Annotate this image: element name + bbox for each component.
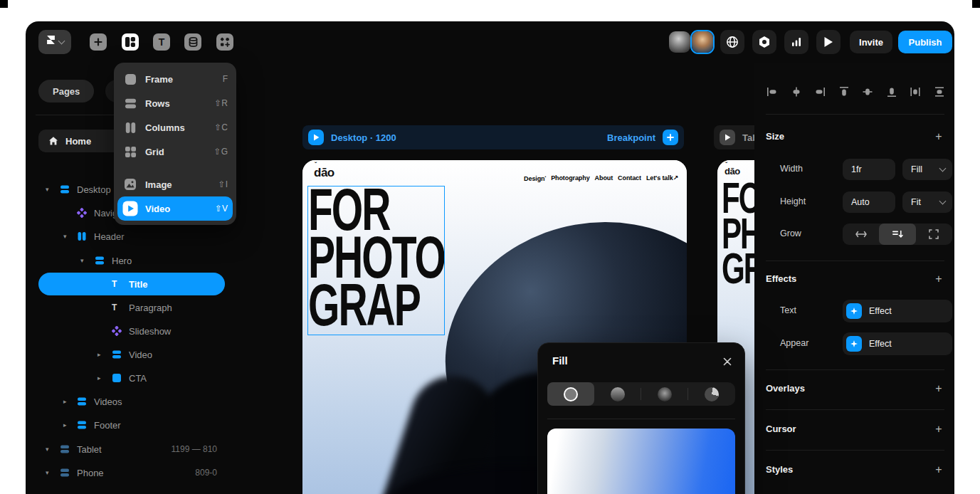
size-add-button[interactable]: +	[933, 130, 944, 143]
nav-design: Design•	[524, 174, 546, 182]
layer-label: Videos	[94, 396, 122, 407]
caret-down-icon[interactable]: ▾	[46, 446, 49, 453]
layer-row-video[interactable]: ▸ Video	[26, 343, 236, 366]
plugins-button[interactable]	[752, 30, 776, 54]
align-center-horizontal-icon[interactable]	[790, 85, 803, 98]
menu-group-gap	[114, 164, 236, 172]
text-effect-button[interactable]: Effect	[843, 300, 952, 322]
sparkle-icon	[846, 303, 862, 319]
distribute-horizontal-icon[interactable]	[909, 85, 922, 98]
play-icon	[313, 134, 320, 141]
framer-menu-button[interactable]	[38, 30, 71, 54]
align-left-icon[interactable]	[766, 85, 779, 98]
panel-divider	[766, 114, 944, 115]
invite-button[interactable]: Invite	[850, 31, 892, 53]
insert-plus-button[interactable]	[90, 33, 107, 51]
layer-row-slideshow[interactable]: Slideshow	[26, 320, 236, 342]
grow-segmented-control	[843, 224, 952, 245]
publish-button[interactable]: Publish	[898, 31, 952, 53]
fill-type-radial[interactable]	[641, 382, 688, 406]
styles-add-button[interactable]: +	[933, 463, 944, 476]
play-icon	[725, 134, 731, 141]
caret-down-icon[interactable]: ▾	[46, 186, 49, 193]
site-globe-button[interactable]	[720, 30, 744, 54]
width-mode-select[interactable]: Fill	[902, 159, 952, 180]
layout-icon	[125, 37, 135, 47]
layer-row-cta[interactable]: ▸ CTA	[26, 367, 236, 389]
collaborator-avatar-active[interactable]	[692, 31, 713, 53]
grow-scale-option[interactable]	[916, 224, 952, 245]
layer-label: Video	[129, 350, 152, 360]
sparkle-icon	[846, 336, 862, 352]
layer-row-hero[interactable]: ▾ Hero	[26, 249, 236, 272]
logo-caron: ˇ	[725, 161, 727, 168]
grow-horizontal-option[interactable]	[843, 224, 879, 245]
gradient-swatch[interactable]	[547, 429, 735, 494]
nav-contact: Contact	[618, 174, 641, 182]
breakpoint-title[interactable]: Desktop · 1200	[331, 132, 396, 143]
text-layer-icon: T	[112, 279, 117, 289]
layer-row-videos[interactable]: ▸ Videos	[26, 390, 236, 413]
align-right-icon[interactable]	[813, 85, 826, 98]
menu-item-columns[interactable]: Columns⇧C	[114, 115, 236, 140]
text-flow-down-icon	[892, 230, 903, 238]
menu-item-frame[interactable]: FrameF	[114, 67, 236, 91]
caret-right-icon[interactable]: ▸	[63, 398, 67, 405]
caret-down-icon[interactable]: ▾	[80, 257, 84, 264]
caret-down-icon[interactable]: ▾	[63, 233, 67, 240]
layer-label: Tablet	[77, 444, 102, 455]
effects-add-button[interactable]: +	[933, 273, 944, 285]
caret-right-icon[interactable]: ▸	[63, 421, 67, 429]
fill-type-solid-selected[interactable]	[547, 382, 594, 406]
breakpoint-range: 1199 — 810	[154, 444, 217, 454]
menu-item-image[interactable]: Image⇧I	[114, 172, 236, 196]
fill-type-angular[interactable]	[688, 382, 735, 406]
layer-row-header[interactable]: ▾ Header	[26, 225, 236, 248]
layer-row-footer[interactable]: ▸ Footer	[26, 414, 236, 436]
preview-play-icon-tablet[interactable]	[720, 130, 735, 145]
align-center-vertical-icon[interactable]	[861, 85, 874, 98]
height-input[interactable]: Auto	[843, 191, 895, 213]
preview-play-icon[interactable]	[308, 130, 324, 145]
grow-text-option-selected[interactable]	[879, 224, 915, 245]
layer-row-paragraph[interactable]: T Paragraph	[26, 296, 236, 319]
menu-item-grid[interactable]: Grid⇧G	[114, 140, 236, 164]
rows-icon	[77, 420, 87, 430]
insert-layout-button-active[interactable]	[122, 33, 139, 51]
layer-row-phone[interactable]: ▾ Phone 809-0	[26, 461, 236, 484]
fill-type-linear[interactable]	[594, 382, 641, 406]
appear-effect-button[interactable]: Effect	[843, 332, 952, 355]
fill-popup-title: Fill	[552, 354, 568, 367]
insert-cms-button[interactable]	[184, 33, 201, 51]
columns-icon	[77, 231, 87, 241]
close-icon[interactable]	[723, 357, 732, 366]
insert-assets-button[interactable]	[216, 33, 233, 51]
layer-label: Header	[94, 231, 125, 242]
layer-row-tablet[interactable]: ▾ Tablet 1199 — 810	[26, 438, 236, 461]
analytics-button[interactable]	[784, 30, 808, 54]
height-mode-select[interactable]: Fit	[902, 191, 952, 213]
layer-row-title-selected[interactable]: T Title	[26, 273, 236, 295]
insert-text-button[interactable]: T	[153, 33, 170, 51]
add-breakpoint-button[interactable]	[663, 130, 678, 145]
caret-right-icon[interactable]: ▸	[98, 351, 101, 358]
preview-button[interactable]	[816, 30, 841, 54]
breakpoint-bar-desktop[interactable]: Desktop · 1200 Breakpoint	[302, 125, 684, 149]
caret-down-icon[interactable]: ▾	[46, 469, 49, 476]
collaborator-avatar[interactable]	[669, 31, 690, 53]
menu-item-video-selected[interactable]: Video⇧V	[117, 196, 233, 221]
cursor-add-button[interactable]: +	[933, 423, 944, 436]
sidebar-tab-pages[interactable]: Pages	[38, 80, 94, 103]
play-icon	[823, 36, 833, 48]
overlays-add-button[interactable]: +	[933, 382, 944, 395]
rows-icon	[60, 184, 70, 194]
menu-item-rows[interactable]: Rows⇧R	[114, 91, 236, 115]
angular-gradient-icon	[705, 387, 719, 401]
distribute-vertical-icon[interactable]	[933, 85, 946, 98]
caret-right-icon[interactable]: ▸	[98, 374, 101, 382]
chevron-down-icon	[939, 165, 947, 172]
align-bottom-icon[interactable]	[885, 85, 898, 98]
align-top-icon[interactable]	[838, 85, 850, 98]
width-input[interactable]: 1fr	[843, 159, 895, 180]
breakpoint-add-label[interactable]: Breakpoint	[607, 132, 655, 143]
